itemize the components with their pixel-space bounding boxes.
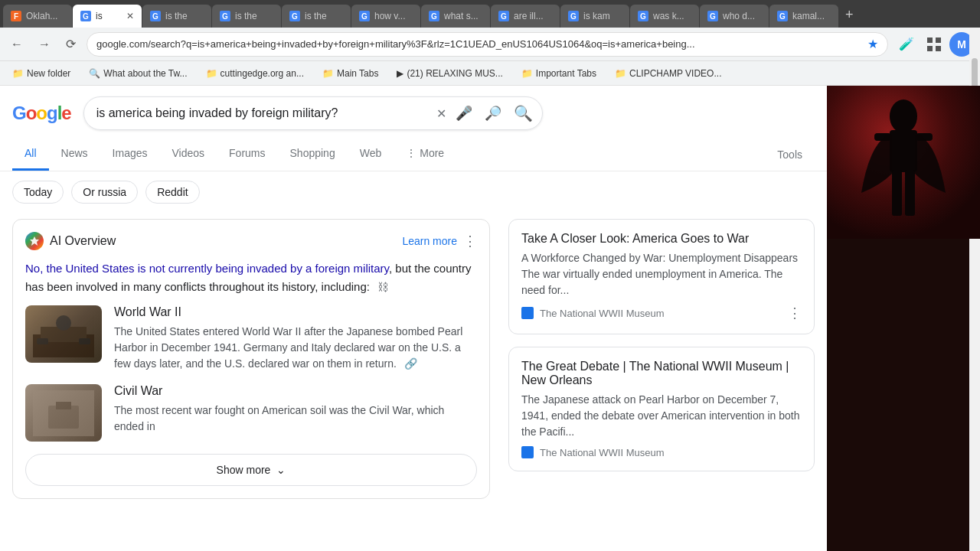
- search-bar-container: ✕ 🎤 🔎 🔍: [83, 96, 543, 130]
- tab-favicon: G: [429, 11, 439, 21]
- chip-reddit[interactable]: Reddit: [145, 181, 199, 204]
- bookmark-label: CLIPCHAMP VIDEO...: [629, 68, 721, 79]
- tab-iskam[interactable]: G is kam: [560, 5, 629, 28]
- bookmark-cuttingedge[interactable]: 📁 cuttingedge.org an...: [200, 66, 310, 81]
- bookmark-main-tabs[interactable]: 📁 Main Tabs: [316, 66, 384, 81]
- tab-label: is kam: [583, 11, 622, 21]
- bookmark-relaxing[interactable]: ▶ (21) RELAXING MUS...: [390, 66, 508, 81]
- apps-grid-icon[interactable]: [922, 32, 946, 57]
- filter-chips: Today Or russia Reddit: [0, 171, 827, 213]
- tab-wask[interactable]: G was k...: [630, 5, 699, 28]
- chip-or-russia[interactable]: Or russia: [71, 181, 138, 204]
- result-image-wwii: [25, 305, 102, 363]
- right-card-2-title: The Great Debate | The National WWII Mus…: [521, 360, 802, 387]
- right-card-2-text: The Japanese attack on Pearl Harbor on D…: [521, 392, 802, 440]
- address-bar[interactable]: google.com/search?q=is+america+being+inv…: [87, 32, 888, 57]
- result-body-wwii: The United States entered World War II a…: [114, 324, 477, 372]
- result-title-wwii: World War II: [114, 305, 477, 319]
- tab-is-the-3[interactable]: G is the: [282, 5, 351, 28]
- bookmark-important-tabs[interactable]: 📁 Important Tabs: [515, 66, 603, 81]
- tab-kamal[interactable]: G kamal...: [769, 5, 838, 28]
- tab-how[interactable]: G how v...: [351, 5, 420, 28]
- tab-forums[interactable]: Forums: [217, 138, 277, 171]
- tab-tools[interactable]: Tools: [765, 139, 815, 170]
- tab-images[interactable]: Images: [100, 138, 160, 171]
- tab-what[interactable]: G what s...: [421, 5, 490, 28]
- search-icon: 🔍: [89, 68, 100, 79]
- show-more-button[interactable]: Show more ⌄: [25, 454, 477, 486]
- bookmark-star-icon[interactable]: ★: [867, 37, 878, 51]
- tab-favicon: G: [568, 11, 579, 21]
- source-link-icon[interactable]: 🔗: [404, 357, 417, 370]
- nav-icons: 🧪 M: [894, 32, 974, 57]
- card-menu-button-1[interactable]: ⋮: [788, 305, 802, 321]
- logo-g: G: [12, 103, 26, 124]
- tab-all[interactable]: All: [12, 138, 49, 171]
- ai-overview: AI Overview Learn more ⋮ No, the United …: [12, 219, 490, 499]
- learn-more-link[interactable]: Learn more: [402, 235, 457, 247]
- tab-is-the-1[interactable]: G is the: [142, 5, 211, 28]
- tab-who[interactable]: G who d...: [700, 5, 769, 28]
- source-name-1: The National WWII Museum: [540, 308, 665, 319]
- new-tab-button[interactable]: +: [839, 4, 860, 26]
- tab-favicon: G: [220, 11, 230, 21]
- ai-learn-more: Learn more ⋮: [402, 233, 477, 249]
- bookmark-clipchamp[interactable]: 📁 CLIPCHAMP VIDEO...: [609, 66, 727, 81]
- tab-label: was k...: [653, 11, 691, 21]
- tab-shopping[interactable]: Shopping: [278, 138, 348, 171]
- voice-search-button[interactable]: 🎤: [452, 102, 475, 125]
- bookmark-what-about[interactable]: 🔍 What about the Tw...: [83, 66, 193, 81]
- result-item-civilwar: Civil War The most recent war fought on …: [25, 384, 477, 442]
- show-more-label: Show more: [217, 464, 271, 476]
- search-input[interactable]: [96, 106, 430, 120]
- ai-answer: No, the United States is not currently b…: [25, 259, 477, 296]
- image-search-button[interactable]: 🔎: [482, 102, 505, 125]
- left-results: AI Overview Learn more ⋮ No, the United …: [12, 219, 490, 511]
- tab-label: kamal...: [792, 11, 831, 21]
- tab-news[interactable]: News: [49, 138, 100, 171]
- tab-is-active[interactable]: G is ✕: [73, 5, 142, 28]
- browser-window: F Oklah... G is ✕ G is the G is the G is…: [0, 0, 980, 551]
- all-tab-label: All: [24, 147, 37, 159]
- chain-link-icon[interactable]: ⛓: [377, 281, 388, 293]
- logo-o1: o: [26, 103, 37, 124]
- right-card-1-text: A Workforce Changed by War: Unemployment…: [521, 250, 802, 298]
- tab-favicon: G: [777, 11, 788, 21]
- forward-button[interactable]: →: [34, 34, 55, 54]
- tab-bar: F Oklah... G is ✕ G is the G is the G is…: [0, 0, 980, 28]
- news-tab-label: News: [61, 147, 88, 159]
- reload-button[interactable]: ⟳: [61, 34, 80, 54]
- result-item-wwii: World War II The United States entered W…: [25, 305, 477, 372]
- chevron-down-icon: ⌄: [276, 464, 286, 476]
- bookmark-new-folder[interactable]: 📁 New folder: [6, 66, 77, 81]
- clear-search-button[interactable]: ✕: [436, 106, 446, 121]
- chip-today[interactable]: Today: [12, 181, 64, 204]
- ai-answer-highlight: No, the United States is not currently b…: [25, 262, 389, 275]
- bookmark-label: Important Tabs: [536, 68, 596, 79]
- result-body-civilwar: The most recent war fought on American s…: [114, 403, 477, 435]
- main-content: Google ✕ 🎤 🔎 🔍 All: [0, 86, 827, 551]
- search-bar[interactable]: ✕ 🎤 🔎 🔍: [83, 96, 543, 130]
- tab-label: is: [96, 11, 122, 21]
- right-card-1: Take A Closer Look: America Goes to War …: [508, 219, 815, 334]
- back-button[interactable]: ←: [6, 34, 28, 54]
- tab-web[interactable]: Web: [348, 138, 394, 171]
- svg-point-14: [890, 99, 917, 133]
- results-area: AI Overview Learn more ⋮ No, the United …: [0, 213, 827, 517]
- ai-icon: [25, 232, 44, 250]
- navigation-bar: ← → ⟳ google.com/search?q=is+america+bei…: [0, 28, 980, 61]
- svg-rect-12: [56, 402, 71, 409]
- labs-icon[interactable]: 🧪: [894, 32, 919, 57]
- tab-more[interactable]: ⋮ More: [394, 138, 456, 171]
- tab-favicon: F: [11, 11, 21, 21]
- tab-label: is the: [305, 11, 343, 21]
- search-button[interactable]: 🔍: [511, 101, 536, 126]
- tab-close-icon[interactable]: ✕: [126, 11, 134, 21]
- ai-menu-button[interactable]: ⋮: [463, 233, 477, 249]
- tab-videos[interactable]: Videos: [160, 138, 217, 171]
- result-title-civilwar: Civil War: [114, 384, 477, 398]
- tab-oklah[interactable]: F Oklah...: [3, 5, 72, 28]
- tab-is-the-2[interactable]: G is the: [212, 5, 281, 28]
- tab-label: is the: [165, 11, 204, 21]
- tab-are[interactable]: G are ill...: [491, 5, 560, 28]
